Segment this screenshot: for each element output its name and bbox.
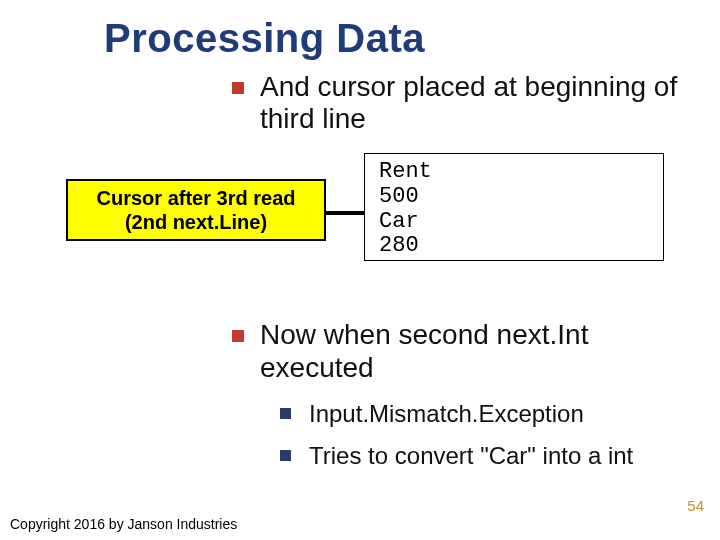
red-square-bullet-icon (232, 330, 244, 342)
dark-square-bullet-icon (280, 450, 291, 461)
bullet-text: And cursor placed at beginning of third … (260, 71, 696, 135)
diagram: Cursor after 3rd read (2nd next.Line) Re… (24, 153, 696, 283)
bullet-item: Now when second next.Int executed (232, 319, 696, 383)
code-line: Car (379, 209, 419, 234)
red-square-bullet-icon (232, 82, 244, 94)
slide: Processing Data And cursor placed at beg… (0, 0, 720, 540)
sub-bullet-text: Tries to convert "Car" into a int (309, 442, 633, 470)
code-line: 280 (379, 233, 419, 258)
slide-title: Processing Data (104, 16, 696, 61)
cursor-callout-box: Cursor after 3rd read (2nd next.Line) (66, 179, 326, 241)
code-line: Rent (379, 159, 432, 184)
dark-square-bullet-icon (280, 408, 291, 419)
data-file-box: Rent 500 Car 280 (364, 153, 664, 261)
callout-line-1: Cursor after 3rd read (97, 186, 296, 210)
callout-line-2: (2nd next.Line) (125, 210, 267, 234)
page-number: 54 (687, 497, 704, 514)
sub-bullet-item: Input.Mismatch.Exception (280, 400, 696, 428)
sub-bullet-text: Input.Mismatch.Exception (309, 400, 584, 428)
bullet-text: Now when second next.Int executed (260, 319, 696, 383)
copyright-text: Copyright 2016 by Janson Industries (10, 516, 237, 532)
sub-bullet-item: Tries to convert "Car" into a int (280, 442, 696, 470)
code-line: 500 (379, 184, 419, 209)
bullet-item: And cursor placed at beginning of third … (232, 71, 696, 135)
